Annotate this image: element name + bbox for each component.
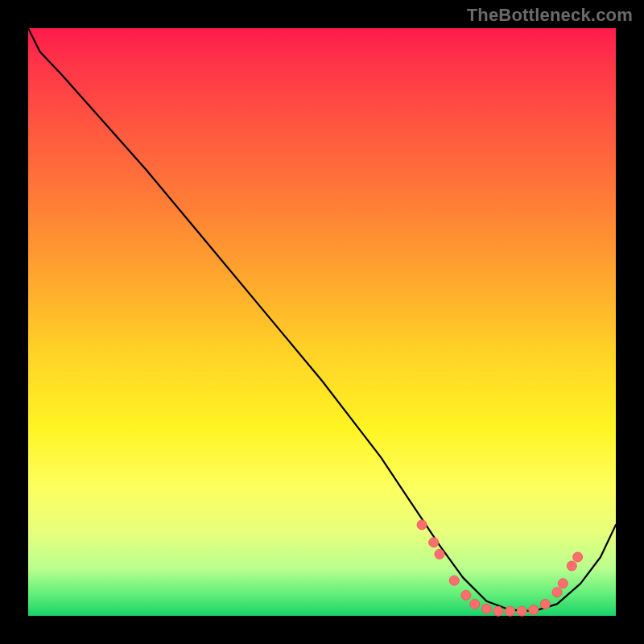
curve-path xyxy=(28,28,616,611)
data-marker xyxy=(529,605,539,615)
data-marker xyxy=(493,606,503,616)
data-marker xyxy=(481,604,491,613)
data-marker xyxy=(417,520,427,530)
data-marker xyxy=(435,549,444,559)
data-marker xyxy=(506,606,515,616)
data-marker xyxy=(573,552,583,562)
data-marker xyxy=(558,579,568,588)
data-marker xyxy=(449,576,459,585)
chart-svg xyxy=(28,28,616,616)
marker-group xyxy=(417,520,583,616)
data-marker xyxy=(552,588,562,597)
data-marker xyxy=(517,606,526,616)
data-marker xyxy=(540,599,550,609)
data-marker xyxy=(567,561,576,571)
data-marker xyxy=(461,590,471,600)
plot-area xyxy=(28,28,616,616)
data-marker xyxy=(429,538,439,547)
chart-frame: TheBottleneck.com xyxy=(0,0,644,644)
data-marker xyxy=(470,599,480,609)
watermark-text: TheBottleneck.com xyxy=(467,5,633,26)
